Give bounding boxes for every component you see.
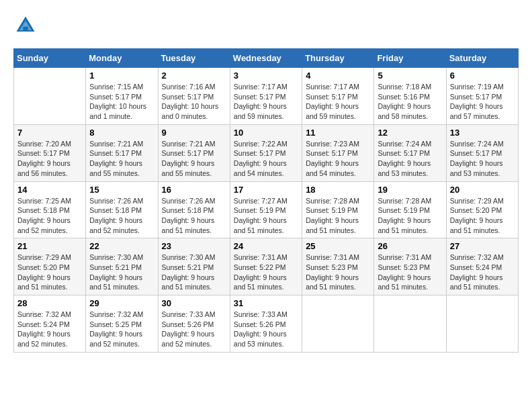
calendar-cell: 8Sunrise: 7:21 AM Sunset: 5:17 PM Daylig…	[86, 124, 158, 181]
col-header-monday: Monday	[86, 49, 158, 68]
day-info: Sunrise: 7:20 AM Sunset: 5:17 PM Dayligh…	[17, 140, 71, 177]
calendar-cell	[14, 68, 86, 125]
day-info: Sunrise: 7:31 AM Sunset: 5:22 PM Dayligh…	[234, 253, 287, 291]
calendar-cell: 24Sunrise: 7:31 AM Sunset: 5:22 PM Dayli…	[230, 238, 302, 295]
day-info: Sunrise: 7:30 AM Sunset: 5:21 PM Dayligh…	[162, 253, 216, 291]
calendar-cell: 7Sunrise: 7:20 AM Sunset: 5:17 PM Daylig…	[14, 124, 86, 181]
calendar-cell: 11Sunrise: 7:23 AM Sunset: 5:17 PM Dayli…	[302, 124, 374, 181]
day-number: 30	[162, 298, 226, 308]
calendar-cell	[374, 295, 446, 353]
calendar-cell: 9Sunrise: 7:21 AM Sunset: 5:17 PM Daylig…	[158, 124, 230, 181]
calendar-cell: 3Sunrise: 7:17 AM Sunset: 5:17 PM Daylig…	[230, 68, 302, 125]
day-number: 31	[234, 298, 298, 308]
day-number: 28	[17, 298, 82, 308]
day-info: Sunrise: 7:33 AM Sunset: 5:26 PM Dayligh…	[162, 310, 216, 348]
day-info: Sunrise: 7:29 AM Sunset: 5:20 PM Dayligh…	[17, 253, 71, 291]
week-row-2: 7Sunrise: 7:20 AM Sunset: 5:17 PM Daylig…	[14, 124, 519, 181]
day-info: Sunrise: 7:24 AM Sunset: 5:17 PM Dayligh…	[378, 140, 431, 177]
day-number: 3	[234, 71, 298, 81]
calendar-cell: 15Sunrise: 7:26 AM Sunset: 5:18 PM Dayli…	[86, 181, 158, 238]
day-number: 21	[17, 241, 82, 251]
calendar-cell: 21Sunrise: 7:29 AM Sunset: 5:20 PM Dayli…	[14, 238, 86, 295]
calendar-table: SundayMondayTuesdayWednesdayThursdayFrid…	[13, 48, 519, 353]
day-info: Sunrise: 7:22 AM Sunset: 5:17 PM Dayligh…	[234, 140, 287, 177]
calendar-cell: 12Sunrise: 7:24 AM Sunset: 5:17 PM Dayli…	[374, 124, 446, 181]
day-info: Sunrise: 7:25 AM Sunset: 5:18 PM Dayligh…	[17, 197, 71, 234]
logo-icon	[13, 13, 38, 38]
column-headers: SundayMondayTuesdayWednesdayThursdayFrid…	[14, 49, 519, 68]
day-number: 18	[306, 185, 370, 195]
calendar-cell: 25Sunrise: 7:31 AM Sunset: 5:23 PM Dayli…	[302, 238, 374, 295]
day-info: Sunrise: 7:31 AM Sunset: 5:23 PM Dayligh…	[378, 253, 431, 291]
day-info: Sunrise: 7:23 AM Sunset: 5:17 PM Dayligh…	[306, 140, 359, 177]
calendar-cell: 31Sunrise: 7:33 AM Sunset: 5:26 PM Dayli…	[230, 295, 302, 353]
day-number: 5	[378, 71, 442, 81]
day-number: 6	[450, 71, 515, 81]
week-row-1: 1Sunrise: 7:15 AM Sunset: 5:17 PM Daylig…	[14, 68, 519, 125]
day-info: Sunrise: 7:30 AM Sunset: 5:21 PM Dayligh…	[89, 253, 143, 291]
day-number: 1	[89, 71, 154, 81]
calendar-cell: 22Sunrise: 7:30 AM Sunset: 5:21 PM Dayli…	[86, 238, 158, 295]
calendar-cell: 10Sunrise: 7:22 AM Sunset: 5:17 PM Dayli…	[230, 124, 302, 181]
svg-rect-2	[23, 27, 28, 32]
day-info: Sunrise: 7:16 AM Sunset: 5:17 PM Dayligh…	[162, 83, 219, 120]
day-number: 20	[450, 185, 515, 195]
day-info: Sunrise: 7:24 AM Sunset: 5:17 PM Dayligh…	[450, 140, 504, 177]
day-info: Sunrise: 7:26 AM Sunset: 5:18 PM Dayligh…	[162, 197, 216, 234]
col-header-saturday: Saturday	[446, 49, 518, 68]
day-info: Sunrise: 7:18 AM Sunset: 5:16 PM Dayligh…	[378, 83, 431, 120]
col-header-friday: Friday	[374, 49, 446, 68]
calendar-cell: 17Sunrise: 7:27 AM Sunset: 5:19 PM Dayli…	[230, 181, 302, 238]
calendar-cell: 19Sunrise: 7:28 AM Sunset: 5:19 PM Dayli…	[374, 181, 446, 238]
calendar-cell: 6Sunrise: 7:19 AM Sunset: 5:17 PM Daylig…	[446, 68, 518, 125]
col-header-sunday: Sunday	[14, 49, 86, 68]
day-number: 16	[162, 185, 226, 195]
col-header-wednesday: Wednesday	[230, 49, 302, 68]
calendar-cell: 20Sunrise: 7:29 AM Sunset: 5:20 PM Dayli…	[446, 181, 518, 238]
day-info: Sunrise: 7:28 AM Sunset: 5:19 PM Dayligh…	[378, 197, 431, 234]
calendar-cell: 1Sunrise: 7:15 AM Sunset: 5:17 PM Daylig…	[86, 68, 158, 125]
calendar-cell: 14Sunrise: 7:25 AM Sunset: 5:18 PM Dayli…	[14, 181, 86, 238]
calendar-cell	[302, 295, 374, 353]
calendar-cell: 23Sunrise: 7:30 AM Sunset: 5:21 PM Dayli…	[158, 238, 230, 295]
calendar-cell: 2Sunrise: 7:16 AM Sunset: 5:17 PM Daylig…	[158, 68, 230, 125]
day-info: Sunrise: 7:33 AM Sunset: 5:26 PM Dayligh…	[234, 310, 287, 348]
day-number: 25	[306, 241, 370, 251]
day-number: 4	[306, 71, 370, 81]
day-number: 27	[450, 241, 515, 251]
day-number: 17	[234, 185, 298, 195]
day-info: Sunrise: 7:31 AM Sunset: 5:23 PM Dayligh…	[306, 253, 359, 291]
day-info: Sunrise: 7:28 AM Sunset: 5:19 PM Dayligh…	[306, 197, 359, 234]
calendar-cell: 28Sunrise: 7:32 AM Sunset: 5:24 PM Dayli…	[14, 295, 86, 353]
week-row-4: 21Sunrise: 7:29 AM Sunset: 5:20 PM Dayli…	[14, 238, 519, 295]
calendar-cell: 26Sunrise: 7:31 AM Sunset: 5:23 PM Dayli…	[374, 238, 446, 295]
calendar-cell	[446, 295, 518, 353]
day-number: 24	[234, 241, 298, 251]
day-number: 8	[89, 128, 154, 138]
day-info: Sunrise: 7:21 AM Sunset: 5:17 PM Dayligh…	[162, 140, 216, 177]
day-info: Sunrise: 7:29 AM Sunset: 5:20 PM Dayligh…	[450, 197, 504, 234]
day-number: 14	[17, 185, 82, 195]
calendar-cell: 27Sunrise: 7:32 AM Sunset: 5:24 PM Dayli…	[446, 238, 518, 295]
week-row-5: 28Sunrise: 7:32 AM Sunset: 5:24 PM Dayli…	[14, 295, 519, 353]
col-header-tuesday: Tuesday	[158, 49, 230, 68]
calendar-cell: 16Sunrise: 7:26 AM Sunset: 5:18 PM Dayli…	[158, 181, 230, 238]
calendar-cell: 13Sunrise: 7:24 AM Sunset: 5:17 PM Dayli…	[446, 124, 518, 181]
day-info: Sunrise: 7:21 AM Sunset: 5:17 PM Dayligh…	[89, 140, 143, 177]
day-number: 23	[162, 241, 226, 251]
day-number: 10	[234, 128, 298, 138]
day-number: 22	[89, 241, 154, 251]
day-info: Sunrise: 7:19 AM Sunset: 5:17 PM Dayligh…	[450, 83, 504, 120]
week-row-3: 14Sunrise: 7:25 AM Sunset: 5:18 PM Dayli…	[14, 181, 519, 238]
calendar-cell: 30Sunrise: 7:33 AM Sunset: 5:26 PM Dayli…	[158, 295, 230, 353]
day-info: Sunrise: 7:17 AM Sunset: 5:17 PM Dayligh…	[234, 83, 287, 120]
day-info: Sunrise: 7:32 AM Sunset: 5:24 PM Dayligh…	[17, 310, 71, 348]
day-number: 12	[378, 128, 442, 138]
calendar-cell: 4Sunrise: 7:17 AM Sunset: 5:17 PM Daylig…	[302, 68, 374, 125]
col-header-thursday: Thursday	[302, 49, 374, 68]
day-number: 9	[162, 128, 226, 138]
day-info: Sunrise: 7:15 AM Sunset: 5:17 PM Dayligh…	[89, 83, 146, 120]
day-info: Sunrise: 7:17 AM Sunset: 5:17 PM Dayligh…	[306, 83, 359, 120]
day-info: Sunrise: 7:32 AM Sunset: 5:24 PM Dayligh…	[450, 253, 504, 291]
day-number: 11	[306, 128, 370, 138]
